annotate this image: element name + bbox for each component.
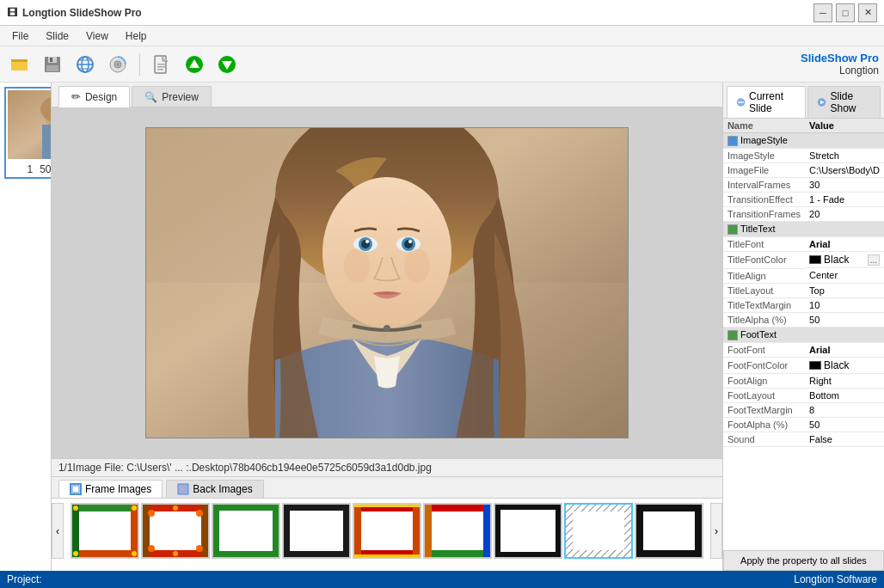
prop-val-interval[interactable]: 30 bbox=[805, 178, 884, 193]
prop-val-title-font[interactable]: Arial bbox=[805, 237, 884, 252]
prop-label-foot-alpha: FootAlpha (%) bbox=[723, 418, 805, 432]
prop-val-title-layout[interactable]: Top bbox=[805, 283, 884, 297]
prop-label-foot-font-color: FootFontColor bbox=[723, 357, 805, 374]
svg-point-52 bbox=[73, 505, 78, 511]
svg-rect-47 bbox=[72, 505, 138, 557]
frames-scroll-area: ‹ bbox=[52, 499, 722, 563]
open-button[interactable] bbox=[5, 50, 34, 79]
frame-thumb-5[interactable] bbox=[353, 503, 421, 559]
apply-all-slides-button[interactable]: Apply the property to all slides bbox=[723, 550, 884, 571]
prop-label-foot-align: FootAlign bbox=[723, 374, 805, 389]
frame-6-svg bbox=[425, 505, 490, 557]
prop-label-image-file: ImageFile bbox=[723, 163, 805, 178]
prop-val-title-text-margin[interactable]: 10 bbox=[805, 297, 884, 312]
brand-title: SlideShow Pro bbox=[801, 52, 879, 64]
frame-5-svg bbox=[354, 505, 420, 557]
move-up-button[interactable] bbox=[180, 50, 209, 79]
svg-rect-6 bbox=[50, 58, 52, 62]
scroll-right-button[interactable]: › bbox=[710, 503, 722, 559]
svg-point-54 bbox=[73, 551, 78, 556]
svg-rect-90 bbox=[495, 505, 561, 510]
center-tabs: ✏ Design 🔍 Preview bbox=[52, 83, 722, 107]
frame-thumb-4[interactable] bbox=[282, 503, 351, 559]
props-col-value: Value bbox=[805, 119, 884, 133]
prop-val-image-style[interactable]: Stretch bbox=[805, 149, 884, 163]
tab-current-slide[interactable]: Current Slide bbox=[727, 86, 807, 118]
tab-back-images[interactable]: Back Images bbox=[166, 480, 263, 498]
prop-val-title-alpha[interactable]: 50 bbox=[805, 312, 884, 327]
prop-title-align: TitleAlign Center bbox=[723, 268, 884, 283]
title-font-color-btn[interactable]: ... bbox=[868, 254, 880, 266]
prop-val-sound[interactable]: False bbox=[805, 432, 884, 447]
tab-design[interactable]: ✏ Design bbox=[58, 86, 130, 107]
prop-val-foot-text-margin[interactable]: 8 bbox=[805, 403, 884, 418]
tab-frame-images[interactable]: Frame Images bbox=[58, 480, 163, 498]
prop-val-transition-frames[interactable]: 20 bbox=[805, 207, 884, 222]
svg-rect-45 bbox=[72, 486, 79, 493]
section-foot-label: FootText bbox=[723, 327, 884, 342]
right-tabs: Current Slide Slide Show bbox=[723, 83, 884, 119]
frame-thumb-7[interactable] bbox=[494, 503, 562, 559]
frame-9-svg bbox=[636, 505, 702, 557]
svg-rect-72 bbox=[284, 505, 349, 557]
svg-point-53 bbox=[132, 505, 137, 511]
menu-view[interactable]: View bbox=[77, 28, 117, 44]
web-button[interactable] bbox=[71, 50, 100, 79]
svg-rect-67 bbox=[213, 505, 279, 557]
slide-thumbnail-1[interactable]: 1 50 Frames bbox=[4, 87, 52, 179]
app-title: Longtion SlideShow Pro bbox=[22, 7, 142, 19]
close-button[interactable]: ✕ bbox=[858, 3, 877, 22]
maximize-button[interactable]: □ bbox=[836, 3, 855, 22]
save-button[interactable] bbox=[38, 50, 67, 79]
status-right: Longtion Software bbox=[794, 573, 877, 585]
title-color-swatch bbox=[809, 255, 821, 264]
section-icon-image bbox=[727, 136, 738, 146]
frame-thumb-3[interactable] bbox=[212, 503, 280, 559]
prop-label-foot-layout: FootLayout bbox=[723, 389, 805, 403]
prop-transition-effect: TransitionEffect 1 - Fade bbox=[723, 193, 884, 207]
svg-rect-97 bbox=[636, 505, 702, 557]
prop-val-foot-alpha[interactable]: 50 bbox=[805, 418, 884, 432]
tab-preview[interactable]: 🔍 Preview bbox=[132, 86, 212, 107]
menu-help[interactable]: Help bbox=[117, 28, 156, 44]
prop-title-font-color: TitleFontColor Black ... bbox=[723, 252, 884, 269]
svg-rect-88 bbox=[483, 505, 490, 557]
design-tab-icon: ✏ bbox=[71, 90, 81, 103]
prop-val-title-align[interactable]: Center bbox=[805, 268, 884, 283]
prop-val-foot-align[interactable]: Right bbox=[805, 374, 884, 389]
move-down-button[interactable] bbox=[212, 50, 242, 79]
menu-file[interactable]: File bbox=[3, 28, 37, 44]
center-panel: ✏ Design 🔍 Preview bbox=[52, 83, 723, 571]
slide-show-tab-icon bbox=[817, 96, 826, 108]
svg-rect-73 bbox=[284, 505, 349, 511]
frame-thumb-2[interactable] bbox=[141, 503, 210, 559]
frame-thumb-6[interactable] bbox=[423, 503, 492, 559]
svg-rect-75 bbox=[284, 505, 290, 557]
frame-thumb-1[interactable] bbox=[71, 503, 139, 559]
prop-title-layout: TitleLayout Top bbox=[723, 283, 884, 297]
prop-val-foot-layout[interactable]: Bottom bbox=[805, 389, 884, 403]
tab-slide-show[interactable]: Slide Show bbox=[807, 86, 881, 118]
prop-val-foot-font[interactable]: Arial bbox=[805, 342, 884, 357]
prop-val-foot-font-color[interactable]: Black bbox=[805, 358, 884, 374]
disc-button[interactable] bbox=[103, 50, 132, 79]
svg-rect-51 bbox=[131, 505, 138, 557]
minimize-button[interactable]: ─ bbox=[813, 3, 832, 22]
svg-rect-86 bbox=[425, 550, 490, 557]
prop-val-title-font-color[interactable]: Black ... bbox=[805, 252, 884, 268]
prop-foot-font: FootFont Arial bbox=[723, 342, 884, 357]
main-layout: 1 50 Frames ✏ Design 🔍 Preview bbox=[0, 83, 884, 571]
svg-rect-71 bbox=[273, 505, 279, 557]
frame-thumb-9[interactable] bbox=[635, 503, 703, 559]
scroll-left-button[interactable]: ‹ bbox=[52, 503, 64, 559]
prop-label-title-font: TitleFont bbox=[723, 237, 805, 252]
prop-val-transition-effect[interactable]: 1 - Fade bbox=[805, 193, 884, 207]
svg-rect-68 bbox=[213, 505, 279, 511]
document-button[interactable] bbox=[147, 50, 176, 79]
prop-val-image-file[interactable]: C:\Users\Body\D bbox=[805, 163, 884, 178]
title-font-color-text: Black bbox=[824, 254, 849, 266]
frame-thumb-8[interactable] bbox=[564, 503, 633, 559]
menu-slide[interactable]: Slide bbox=[37, 28, 77, 44]
svg-rect-91 bbox=[495, 552, 561, 557]
prop-label-title-layout: TitleLayout bbox=[723, 283, 805, 297]
